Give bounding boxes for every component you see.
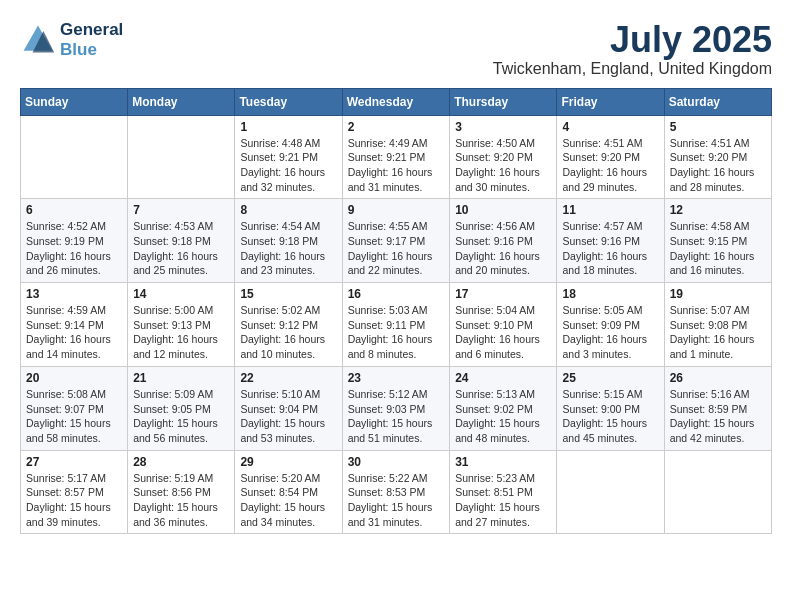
day-info: Sunrise: 5:17 AMSunset: 8:57 PMDaylight:… xyxy=(26,471,122,530)
calendar-cell: 18Sunrise: 5:05 AMSunset: 9:09 PMDayligh… xyxy=(557,283,664,367)
calendar-cell: 5Sunrise: 4:51 AMSunset: 9:20 PMDaylight… xyxy=(664,115,771,199)
calendar-cell xyxy=(21,115,128,199)
page-header: General Blue July 2025 Twickenham, Engla… xyxy=(20,20,772,78)
calendar-cell: 15Sunrise: 5:02 AMSunset: 9:12 PMDayligh… xyxy=(235,283,342,367)
day-info: Sunrise: 4:57 AMSunset: 9:16 PMDaylight:… xyxy=(562,219,658,278)
day-number: 24 xyxy=(455,371,551,385)
calendar-cell: 6Sunrise: 4:52 AMSunset: 9:19 PMDaylight… xyxy=(21,199,128,283)
logo: General Blue xyxy=(20,20,123,60)
calendar-header-row: SundayMondayTuesdayWednesdayThursdayFrid… xyxy=(21,88,772,115)
day-number: 27 xyxy=(26,455,122,469)
calendar-cell xyxy=(557,450,664,534)
day-number: 22 xyxy=(240,371,336,385)
day-info: Sunrise: 5:23 AMSunset: 8:51 PMDaylight:… xyxy=(455,471,551,530)
day-info: Sunrise: 5:00 AMSunset: 9:13 PMDaylight:… xyxy=(133,303,229,362)
day-number: 31 xyxy=(455,455,551,469)
calendar-week-row: 27Sunrise: 5:17 AMSunset: 8:57 PMDayligh… xyxy=(21,450,772,534)
day-info: Sunrise: 4:58 AMSunset: 9:15 PMDaylight:… xyxy=(670,219,766,278)
calendar-cell: 24Sunrise: 5:13 AMSunset: 9:02 PMDayligh… xyxy=(450,366,557,450)
day-info: Sunrise: 5:08 AMSunset: 9:07 PMDaylight:… xyxy=(26,387,122,446)
day-number: 29 xyxy=(240,455,336,469)
day-number: 6 xyxy=(26,203,122,217)
day-info: Sunrise: 4:49 AMSunset: 9:21 PMDaylight:… xyxy=(348,136,445,195)
day-number: 15 xyxy=(240,287,336,301)
calendar-table: SundayMondayTuesdayWednesdayThursdayFrid… xyxy=(20,88,772,535)
day-number: 30 xyxy=(348,455,445,469)
location-subtitle: Twickenham, England, United Kingdom xyxy=(493,60,772,78)
day-info: Sunrise: 5:09 AMSunset: 9:05 PMDaylight:… xyxy=(133,387,229,446)
calendar-week-row: 1Sunrise: 4:48 AMSunset: 9:21 PMDaylight… xyxy=(21,115,772,199)
day-info: Sunrise: 4:53 AMSunset: 9:18 PMDaylight:… xyxy=(133,219,229,278)
day-info: Sunrise: 5:07 AMSunset: 9:08 PMDaylight:… xyxy=(670,303,766,362)
day-info: Sunrise: 4:54 AMSunset: 9:18 PMDaylight:… xyxy=(240,219,336,278)
calendar-cell: 23Sunrise: 5:12 AMSunset: 9:03 PMDayligh… xyxy=(342,366,450,450)
day-number: 10 xyxy=(455,203,551,217)
day-info: Sunrise: 4:50 AMSunset: 9:20 PMDaylight:… xyxy=(455,136,551,195)
calendar-cell: 17Sunrise: 5:04 AMSunset: 9:10 PMDayligh… xyxy=(450,283,557,367)
day-number: 23 xyxy=(348,371,445,385)
calendar-cell: 8Sunrise: 4:54 AMSunset: 9:18 PMDaylight… xyxy=(235,199,342,283)
day-info: Sunrise: 5:10 AMSunset: 9:04 PMDaylight:… xyxy=(240,387,336,446)
day-of-week-thursday: Thursday xyxy=(450,88,557,115)
calendar-cell: 30Sunrise: 5:22 AMSunset: 8:53 PMDayligh… xyxy=(342,450,450,534)
calendar-cell xyxy=(664,450,771,534)
day-info: Sunrise: 5:02 AMSunset: 9:12 PMDaylight:… xyxy=(240,303,336,362)
day-info: Sunrise: 5:19 AMSunset: 8:56 PMDaylight:… xyxy=(133,471,229,530)
calendar-cell: 10Sunrise: 4:56 AMSunset: 9:16 PMDayligh… xyxy=(450,199,557,283)
calendar-cell: 26Sunrise: 5:16 AMSunset: 8:59 PMDayligh… xyxy=(664,366,771,450)
day-number: 3 xyxy=(455,120,551,134)
day-number: 28 xyxy=(133,455,229,469)
title-block: July 2025 Twickenham, England, United Ki… xyxy=(493,20,772,78)
day-number: 11 xyxy=(562,203,658,217)
calendar-cell: 31Sunrise: 5:23 AMSunset: 8:51 PMDayligh… xyxy=(450,450,557,534)
day-info: Sunrise: 5:20 AMSunset: 8:54 PMDaylight:… xyxy=(240,471,336,530)
day-info: Sunrise: 5:05 AMSunset: 9:09 PMDaylight:… xyxy=(562,303,658,362)
calendar-cell: 20Sunrise: 5:08 AMSunset: 9:07 PMDayligh… xyxy=(21,366,128,450)
day-number: 18 xyxy=(562,287,658,301)
day-number: 9 xyxy=(348,203,445,217)
day-of-week-monday: Monday xyxy=(128,88,235,115)
day-number: 19 xyxy=(670,287,766,301)
day-info: Sunrise: 5:13 AMSunset: 9:02 PMDaylight:… xyxy=(455,387,551,446)
day-info: Sunrise: 5:12 AMSunset: 9:03 PMDaylight:… xyxy=(348,387,445,446)
day-info: Sunrise: 4:56 AMSunset: 9:16 PMDaylight:… xyxy=(455,219,551,278)
calendar-cell: 14Sunrise: 5:00 AMSunset: 9:13 PMDayligh… xyxy=(128,283,235,367)
calendar-cell: 13Sunrise: 4:59 AMSunset: 9:14 PMDayligh… xyxy=(21,283,128,367)
day-number: 25 xyxy=(562,371,658,385)
day-of-week-saturday: Saturday xyxy=(664,88,771,115)
calendar-cell: 2Sunrise: 4:49 AMSunset: 9:21 PMDaylight… xyxy=(342,115,450,199)
day-number: 5 xyxy=(670,120,766,134)
day-info: Sunrise: 4:51 AMSunset: 9:20 PMDaylight:… xyxy=(670,136,766,195)
day-number: 7 xyxy=(133,203,229,217)
calendar-cell xyxy=(128,115,235,199)
day-info: Sunrise: 5:22 AMSunset: 8:53 PMDaylight:… xyxy=(348,471,445,530)
calendar-week-row: 13Sunrise: 4:59 AMSunset: 9:14 PMDayligh… xyxy=(21,283,772,367)
calendar-cell: 12Sunrise: 4:58 AMSunset: 9:15 PMDayligh… xyxy=(664,199,771,283)
calendar-cell: 21Sunrise: 5:09 AMSunset: 9:05 PMDayligh… xyxy=(128,366,235,450)
day-of-week-wednesday: Wednesday xyxy=(342,88,450,115)
calendar-cell: 28Sunrise: 5:19 AMSunset: 8:56 PMDayligh… xyxy=(128,450,235,534)
month-year-title: July 2025 xyxy=(493,20,772,60)
calendar-cell: 25Sunrise: 5:15 AMSunset: 9:00 PMDayligh… xyxy=(557,366,664,450)
day-number: 14 xyxy=(133,287,229,301)
day-number: 8 xyxy=(240,203,336,217)
calendar-cell: 7Sunrise: 4:53 AMSunset: 9:18 PMDaylight… xyxy=(128,199,235,283)
calendar-week-row: 20Sunrise: 5:08 AMSunset: 9:07 PMDayligh… xyxy=(21,366,772,450)
calendar-cell: 29Sunrise: 5:20 AMSunset: 8:54 PMDayligh… xyxy=(235,450,342,534)
day-number: 16 xyxy=(348,287,445,301)
day-number: 17 xyxy=(455,287,551,301)
calendar-week-row: 6Sunrise: 4:52 AMSunset: 9:19 PMDaylight… xyxy=(21,199,772,283)
logo-icon xyxy=(20,22,56,58)
calendar-cell: 11Sunrise: 4:57 AMSunset: 9:16 PMDayligh… xyxy=(557,199,664,283)
day-info: Sunrise: 4:48 AMSunset: 9:21 PMDaylight:… xyxy=(240,136,336,195)
calendar-cell: 9Sunrise: 4:55 AMSunset: 9:17 PMDaylight… xyxy=(342,199,450,283)
day-of-week-sunday: Sunday xyxy=(21,88,128,115)
calendar-cell: 19Sunrise: 5:07 AMSunset: 9:08 PMDayligh… xyxy=(664,283,771,367)
day-number: 13 xyxy=(26,287,122,301)
day-info: Sunrise: 5:16 AMSunset: 8:59 PMDaylight:… xyxy=(670,387,766,446)
day-of-week-friday: Friday xyxy=(557,88,664,115)
day-info: Sunrise: 4:59 AMSunset: 9:14 PMDaylight:… xyxy=(26,303,122,362)
calendar-cell: 1Sunrise: 4:48 AMSunset: 9:21 PMDaylight… xyxy=(235,115,342,199)
calendar-cell: 4Sunrise: 4:51 AMSunset: 9:20 PMDaylight… xyxy=(557,115,664,199)
day-number: 4 xyxy=(562,120,658,134)
